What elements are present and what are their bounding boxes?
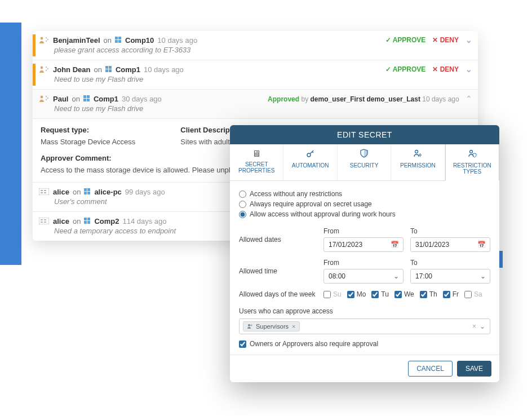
svg-rect-36 <box>44 219 46 220</box>
on-text: on <box>73 188 81 196</box>
request-age: 10 days ago <box>144 65 184 74</box>
request-user: BenjaminTeel <box>53 36 100 45</box>
svg-point-8 <box>41 67 43 69</box>
on-text: on <box>73 217 81 225</box>
card-icon <box>38 216 50 225</box>
cancel-button[interactable]: CANCEL <box>408 361 453 377</box>
radio-always-approval[interactable]: Always require approval on secret usage <box>239 199 490 209</box>
svg-rect-20 <box>83 95 86 98</box>
owners-require-approval-checkbox[interactable]: Owners or Approvers also require approva… <box>239 340 490 348</box>
allowed-days-label: Allowed days of the week <box>239 290 318 298</box>
approved-status: Approved by demo_user_First demo_user_La… <box>268 94 472 103</box>
svg-rect-14 <box>105 69 108 72</box>
radio-work-hours[interactable]: Allow access without approval during wor… <box>239 209 490 219</box>
svg-rect-21 <box>87 95 90 98</box>
request-row[interactable]: John Dean on Comp1 10 days ago Need to u… <box>33 60 478 90</box>
day-we[interactable]: We <box>394 290 414 298</box>
svg-rect-28 <box>44 192 46 193</box>
tab-secret-properties[interactable]: 🖥 SECRET PROPERTIES <box>230 144 283 180</box>
svg-rect-40 <box>84 221 87 224</box>
svg-rect-5 <box>118 37 121 39</box>
date-from-input[interactable] <box>323 237 404 252</box>
day-tu[interactable]: Tu <box>371 290 389 298</box>
person-share-icon <box>38 36 50 45</box>
svg-rect-39 <box>87 218 90 220</box>
chevron-down-icon[interactable]: ⌄ <box>480 322 485 330</box>
tab-restriction-types[interactable]: RESTRICTION TYPES <box>445 144 499 181</box>
user-gear-icon <box>393 149 442 160</box>
allowed-time-label: Allowed time <box>239 267 318 275</box>
svg-rect-22 <box>83 99 86 101</box>
request-age: 114 days ago <box>122 217 166 225</box>
request-row[interactable]: BenjaminTeel on Comp10 10 days ago pleas… <box>33 31 478 60</box>
shield-icon <box>340 149 388 160</box>
user-shield-icon <box>448 149 496 160</box>
day-th[interactable]: Th <box>420 290 437 298</box>
from-label: From <box>323 259 404 267</box>
request-age: 99 days ago <box>125 188 165 196</box>
request-type-label: Request type: <box>41 126 135 134</box>
svg-rect-7 <box>118 40 121 43</box>
tab-security[interactable]: SECURITY <box>338 144 391 180</box>
svg-point-46 <box>248 324 250 326</box>
svg-rect-35 <box>41 222 43 223</box>
svg-rect-4 <box>115 37 118 39</box>
to-label: To <box>410 227 490 235</box>
radio-no-restrictions[interactable]: Access without any restrictions <box>239 189 490 199</box>
request-type-value: Mass Storage Device Access <box>41 138 135 146</box>
request-host: alice-pc <box>94 188 121 196</box>
remove-tag-icon[interactable]: × <box>292 323 295 330</box>
modal-title: EDIT SECRET <box>230 125 499 144</box>
date-to-input[interactable] <box>410 237 490 252</box>
svg-rect-26 <box>41 192 43 193</box>
request-host: Comp10 <box>125 36 154 45</box>
deny-button[interactable]: ✕ DENY <box>432 36 459 44</box>
day-su[interactable]: Su <box>323 290 342 298</box>
svg-rect-32 <box>87 192 90 194</box>
windows-icon <box>84 188 91 195</box>
chevron-down-icon[interactable]: ⌄ <box>466 36 472 45</box>
clear-icon[interactable]: × <box>472 322 476 330</box>
request-message: please grant access according to ET-3633 <box>38 46 471 54</box>
save-button[interactable]: SAVE <box>457 361 491 377</box>
svg-rect-33 <box>39 218 49 224</box>
svg-rect-23 <box>87 99 90 101</box>
request-age: 10 days ago <box>157 36 197 45</box>
key-icon <box>286 149 334 160</box>
approve-button[interactable]: ✓ APPROVE <box>385 36 426 44</box>
svg-rect-41 <box>87 221 90 224</box>
svg-rect-30 <box>87 188 90 191</box>
person-share-icon <box>38 65 50 74</box>
on-text: on <box>94 65 101 74</box>
deny-button[interactable]: ✕ DENY <box>432 65 459 73</box>
windows-icon <box>105 66 112 73</box>
request-host: Comp2 <box>94 217 119 225</box>
svg-rect-27 <box>44 190 46 191</box>
approve-button[interactable]: ✓ APPROVE <box>385 65 426 73</box>
tab-automation[interactable]: AUTOMATION <box>283 144 337 180</box>
to-label: To <box>410 259 490 267</box>
svg-point-43 <box>415 151 418 153</box>
svg-rect-15 <box>109 69 112 72</box>
restriction-radio-group: Access without any restrictions Always r… <box>239 189 490 219</box>
request-row[interactable]: Paul on Comp1 30 days ago Need to use my… <box>33 90 478 119</box>
on-text: on <box>104 36 112 45</box>
day-sa[interactable]: Sa <box>464 290 482 298</box>
approvers-label: Users who can approve access <box>239 307 490 315</box>
day-mo[interactable]: Mo <box>347 290 366 298</box>
tab-permission[interactable]: PERMISSION <box>391 144 445 180</box>
approvers-select[interactable]: Supervisors × × ⌄ <box>239 318 490 334</box>
windows-icon <box>84 218 91 224</box>
svg-rect-38 <box>84 218 87 220</box>
windows-icon <box>115 37 122 43</box>
edit-secret-modal: EDIT SECRET 🖥 SECRET PROPERTIES AUTOMATI… <box>230 125 499 382</box>
request-user: alice <box>53 188 69 196</box>
time-from-input[interactable] <box>323 269 404 284</box>
time-to-input[interactable] <box>410 269 490 284</box>
chevron-down-icon[interactable]: ⌄ <box>466 65 472 74</box>
request-message: Need to use my Flash drive <box>38 75 471 83</box>
chevron-up-icon[interactable]: ⌃ <box>466 94 472 103</box>
users-icon <box>247 324 254 329</box>
day-fr[interactable]: Fr <box>443 290 459 298</box>
request-user: John Dean <box>53 65 90 74</box>
